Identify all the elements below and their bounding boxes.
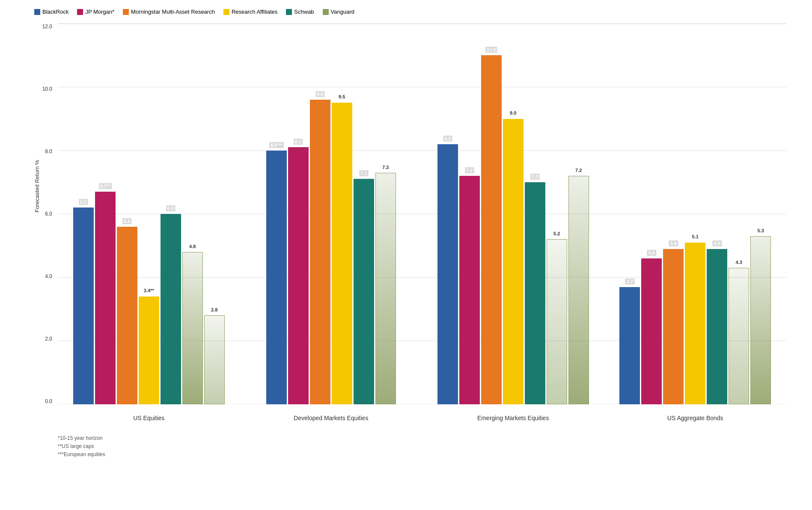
bar-group: 6.26.7**5.63.4**6.04.82.8 bbox=[58, 192, 240, 404]
bar: 4.8 bbox=[182, 252, 203, 404]
y-axis-label: 2.0 bbox=[45, 336, 56, 342]
bar: 9.6 bbox=[310, 100, 330, 404]
bar-value-label: 7.0 bbox=[530, 174, 539, 180]
bar-value-label: 9.6 bbox=[315, 91, 324, 97]
bar-wrapper: 4.8 bbox=[182, 252, 203, 404]
x-labels: US EquitiesDeveloped Markets EquitiesEme… bbox=[58, 415, 786, 421]
bar-value-label: 8.1 bbox=[294, 139, 303, 145]
footnote: *10-15 year horizon bbox=[58, 434, 786, 442]
bar: 8.2 bbox=[437, 144, 458, 404]
y-axis-label: 12.0 bbox=[42, 24, 56, 30]
bar-value-label: 5.6 bbox=[122, 218, 131, 224]
bar-wrapper: 4.9 bbox=[663, 249, 684, 404]
bar: 4.3 bbox=[729, 268, 749, 404]
bar-wrapper: 11.0 bbox=[481, 55, 502, 404]
bar-wrapper: 9.0 bbox=[503, 119, 523, 405]
bar-value-label: 11.0 bbox=[485, 47, 497, 53]
footnote: **US large caps bbox=[58, 442, 786, 451]
footnotes: *10-15 year horizon**US large caps***Eur… bbox=[58, 434, 786, 459]
bar-value-label: 6.7** bbox=[99, 183, 112, 189]
bar: 3.7 bbox=[619, 287, 640, 404]
legend-label: Morningstar Multi-Asset Research bbox=[131, 9, 215, 15]
legend-item: Vanguard bbox=[323, 9, 354, 15]
y-axis-label: 4.0 bbox=[45, 273, 56, 279]
bar-wrapper: 8.0*** bbox=[266, 151, 287, 404]
legend-item: Morningstar Multi-Asset Research bbox=[123, 9, 215, 15]
legend-item: Schwab bbox=[286, 9, 314, 15]
x-axis-label: US Aggregate Bonds bbox=[604, 415, 787, 421]
bar: 3.4** bbox=[139, 297, 159, 404]
bar-value-label: 8.0*** bbox=[269, 142, 284, 148]
bar: 5.1 bbox=[685, 243, 705, 404]
bar-wrapper: 3.4** bbox=[139, 297, 159, 404]
legend-swatch bbox=[123, 9, 129, 15]
y-axis-label: 10.0 bbox=[42, 86, 56, 92]
bar-value-label: 5.3 bbox=[758, 228, 764, 233]
bar: 6.0 bbox=[161, 214, 181, 404]
bar: 7.0 bbox=[525, 182, 545, 404]
legend-label: Vanguard bbox=[331, 9, 354, 15]
bar-wrapper: 8.1 bbox=[288, 147, 309, 404]
y-axis-label: 8.0 bbox=[45, 148, 56, 154]
bar-wrapper: 6.2 bbox=[73, 208, 94, 404]
bar-value-label: 2.8 bbox=[211, 307, 217, 312]
bar-wrapper: 7.2 bbox=[459, 176, 480, 404]
bar-wrapper: 4.9 bbox=[707, 249, 727, 404]
bar-wrapper: 9.6 bbox=[310, 100, 330, 404]
bar-value-label: 7.2 bbox=[575, 168, 582, 173]
grid-and-bars: 6.26.7**5.63.4**6.04.82.88.0***8.19.69.5… bbox=[58, 24, 786, 404]
bar-value-label: 4.3 bbox=[736, 260, 742, 265]
bar: 8.1 bbox=[288, 147, 309, 404]
bar-value-label: 4.9 bbox=[713, 240, 722, 246]
bar-value-label: 9.0 bbox=[510, 110, 516, 116]
legend-swatch bbox=[286, 9, 292, 15]
bar-value-label: 5.1 bbox=[692, 234, 699, 239]
bar: 9.5 bbox=[332, 103, 352, 404]
bar-wrapper: 3.7 bbox=[619, 287, 640, 404]
legend-item: JP Morgan* bbox=[77, 9, 114, 15]
legend-item: Research Affiliates bbox=[223, 9, 277, 15]
bar: 5.6 bbox=[117, 227, 137, 404]
bar: 6.2 bbox=[73, 208, 94, 404]
y-axis-label: 6.0 bbox=[45, 211, 56, 217]
bar: 5.3 bbox=[750, 236, 771, 404]
bar-wrapper: 7.0 bbox=[525, 182, 545, 404]
bar-value-label: 4.6 bbox=[647, 250, 656, 256]
legend-item: BlackRock bbox=[34, 9, 68, 15]
bar: 9.0 bbox=[503, 119, 523, 405]
bar: 4.9 bbox=[663, 249, 684, 404]
bar-wrapper: 7.3 bbox=[375, 173, 396, 404]
x-axis-label: US Equities bbox=[58, 415, 240, 421]
legend-swatch bbox=[77, 9, 83, 15]
bar-wrapper: 7.1 bbox=[354, 179, 374, 404]
bar-wrapper: 4.3 bbox=[729, 268, 749, 404]
bar: 11.0 bbox=[481, 55, 502, 404]
bar-wrapper: 6.7** bbox=[95, 192, 116, 404]
bar-wrapper: 2.8 bbox=[204, 315, 225, 404]
legend-label: Schwab bbox=[294, 9, 314, 15]
legend-label: BlackRock bbox=[42, 9, 68, 15]
chart-container: BlackRockJP Morgan*Morningstar Multi-Ass… bbox=[0, 0, 812, 510]
bar-wrapper: 6.0 bbox=[161, 214, 181, 404]
bar: 5.2 bbox=[547, 239, 567, 404]
bar-value-label: 6.0 bbox=[166, 205, 175, 211]
bar-value-label: 7.1 bbox=[359, 170, 368, 176]
bar-wrapper: 9.5 bbox=[332, 103, 352, 404]
bar-value-label: 8.2 bbox=[443, 136, 452, 142]
bar-value-label: 9.5 bbox=[339, 94, 345, 99]
footnote: ***European equities bbox=[58, 451, 786, 459]
bar-wrapper: 7.2 bbox=[568, 176, 589, 404]
bar: 8.0*** bbox=[266, 151, 287, 404]
groups-wrapper: 6.26.7**5.63.4**6.04.82.88.0***8.19.69.5… bbox=[58, 24, 786, 404]
bar: 7.1 bbox=[354, 179, 374, 404]
bar-value-label: 4.9 bbox=[669, 240, 678, 246]
bar-value-label: 7.2 bbox=[465, 167, 474, 173]
legend-swatch bbox=[34, 9, 40, 15]
bar-wrapper: 8.2 bbox=[437, 144, 458, 404]
legend-swatch bbox=[223, 9, 229, 15]
y-axis: 12.010.08.06.04.02.00.0 bbox=[34, 24, 56, 404]
chart-area: Forecasted Return % 12.010.08.06.04.02.0… bbox=[34, 24, 786, 430]
bar-value-label: 4.8 bbox=[189, 244, 196, 249]
bar: 7.3 bbox=[375, 173, 396, 404]
bar: 4.9 bbox=[707, 249, 727, 404]
